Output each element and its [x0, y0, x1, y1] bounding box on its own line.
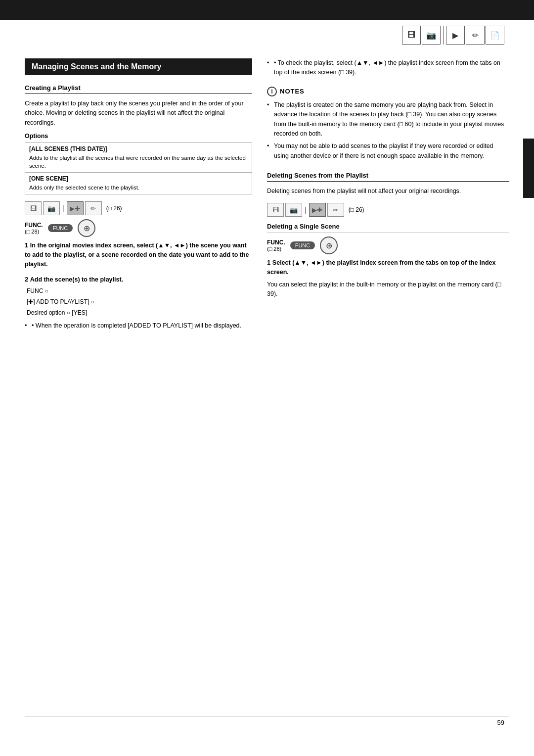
option2-title: [ONE SCENE]: [29, 175, 248, 182]
del-mode-icon-playlist: ▶✚: [309, 203, 326, 217]
step2-notes: • When the operation is completed [ADDED…: [25, 321, 252, 331]
option1-desc: Adds to the playlist all the scenes that…: [29, 154, 248, 170]
page-number: 59: [497, 719, 504, 726]
del-mode-icon-photo: 📷: [285, 203, 302, 217]
page-ref-1: (□ 26): [106, 205, 122, 212]
option-box-one-scene: [ONE SCENE] Adds only the selected scene…: [25, 173, 252, 194]
func-ref: (□ 28): [25, 229, 43, 235]
page-title: Managing Scenes and the Memory: [25, 58, 252, 75]
mode-icon-photo: 📷: [43, 201, 60, 215]
step2-note-1: • When the operation is completed [ADDED…: [25, 321, 252, 331]
notes-section: i NOTES The playlist is created on the s…: [267, 87, 509, 161]
bottom-line: [25, 716, 509, 716]
func-step-2: [✚] ADD TO PLAYLIST] ○: [27, 297, 252, 308]
del-func-row: FUNC. (□ 28) FUNC ⊕: [267, 236, 509, 254]
main-content: Managing Scenes and the Memory Creating …: [0, 48, 534, 357]
notes-list: The playlist is created on the same memo…: [267, 100, 509, 161]
creating-playlist-section: Creating a Playlist Create a playlist to…: [25, 84, 252, 331]
mode-icon-playlist: ▶✚: [67, 201, 84, 215]
del-func-ref: (□ 28): [267, 246, 285, 252]
black-sidebar-accent: [523, 139, 534, 198]
note-2: You may not be able to add scenes to the…: [267, 142, 509, 161]
option1-title: [ALL SCENES (THIS DATE)]: [29, 145, 248, 152]
func-label: FUNC.: [25, 222, 43, 229]
del-joystick-icon: ⊕: [320, 236, 338, 254]
func-block: FUNC. (□ 28): [25, 222, 43, 235]
check-playlist-bullets: • To check the playlist, select (▲▼, ◄►)…: [267, 58, 509, 78]
del-mode-divider: |: [305, 206, 307, 214]
del-func-label: FUNC.: [267, 239, 285, 246]
delete-mode-icons-row: 🎞 📷 | ▶✚ ✏ (□ 26): [267, 203, 509, 217]
top-bar: [0, 0, 534, 20]
icon-bar-divider: [443, 26, 444, 45]
note-1: The playlist is created on the same memo…: [267, 100, 509, 139]
notes-header: i NOTES: [267, 87, 509, 96]
del-mode-icon-edit: ✏: [327, 203, 344, 217]
deleting-playlist-section: Deleting Scenes from the Playlist Deleti…: [267, 172, 509, 299]
joystick-icon: ⊕: [78, 219, 95, 237]
mode-icon-edit: ✏: [85, 201, 102, 215]
notes-title: NOTES: [280, 88, 305, 95]
func-row: FUNC. (□ 28) FUNC ⊕: [25, 219, 252, 237]
icon-bar-film[interactable]: 🎞: [402, 26, 421, 45]
del-step-1: 1 Select (▲▼, ◄►) the playlist index scr…: [267, 258, 509, 299]
del-step1-text: Select (▲▼, ◄►) the playlist index scree…: [267, 259, 496, 276]
step1-text: In the original movies index screen, sel…: [25, 242, 249, 268]
del-step1-body: You can select the playlist in the built…: [267, 280, 509, 299]
check-playlist-bullet: • To check the playlist, select (▲▼, ◄►)…: [267, 58, 509, 78]
options-label: Options: [25, 133, 252, 140]
func-step-1: FUNC ○: [27, 286, 252, 297]
right-column: • To check the playlist, select (▲▼, ◄►)…: [267, 58, 509, 337]
mode-divider: |: [62, 204, 64, 212]
option-box-all-scenes: [ALL SCENES (THIS DATE)] Adds to the pla…: [25, 142, 252, 173]
icon-bar-camera[interactable]: 📷: [422, 26, 441, 45]
deleting-playlist-title: Deleting Scenes from the Playlist: [267, 172, 509, 182]
icon-bar-edit[interactable]: ✏: [466, 26, 485, 45]
deleting-single-scene-title: Deleting a Single Scene: [267, 223, 509, 233]
func-steps-block: FUNC ○ [✚] ADD TO PLAYLIST] ○ Desired op…: [27, 286, 252, 318]
icon-bar-doc[interactable]: 📄: [486, 26, 504, 45]
del-page-ref: (□ 26): [349, 206, 364, 213]
icon-bar-play[interactable]: ▶: [446, 26, 465, 45]
creating-playlist-body: Create a playlist to play back only the …: [25, 99, 252, 128]
func-button[interactable]: FUNC: [48, 224, 73, 232]
notes-icon: i: [267, 87, 277, 96]
del-mode-icon-film: 🎞: [267, 203, 284, 217]
deleting-playlist-body: Deleting scenes from the playlist will n…: [267, 187, 509, 196]
creating-playlist-title: Creating a Playlist: [25, 84, 252, 94]
icon-bar: 🎞 📷 ▶ ✏ 📄: [0, 20, 534, 48]
mode-icon-film: 🎞: [25, 201, 42, 215]
mode-icons-row: 🎞 📷 | ▶✚ ✏ (□ 26): [25, 201, 252, 215]
del-func-block: FUNC. (□ 28): [267, 239, 285, 252]
func-step-3: Desired option ○ [YES]: [27, 308, 252, 319]
step-1: 1 In the original movies index screen, s…: [25, 241, 252, 269]
option2-desc: Adds only the selected scene to the play…: [29, 184, 248, 191]
del-func-button[interactable]: FUNC: [290, 241, 315, 249]
step-2: 2 Add the scene(s) to the playlist. FUNC…: [25, 275, 252, 331]
left-column: Managing Scenes and the Memory Creating …: [25, 58, 252, 337]
step2-text: Add the scene(s) to the playlist.: [30, 276, 123, 283]
